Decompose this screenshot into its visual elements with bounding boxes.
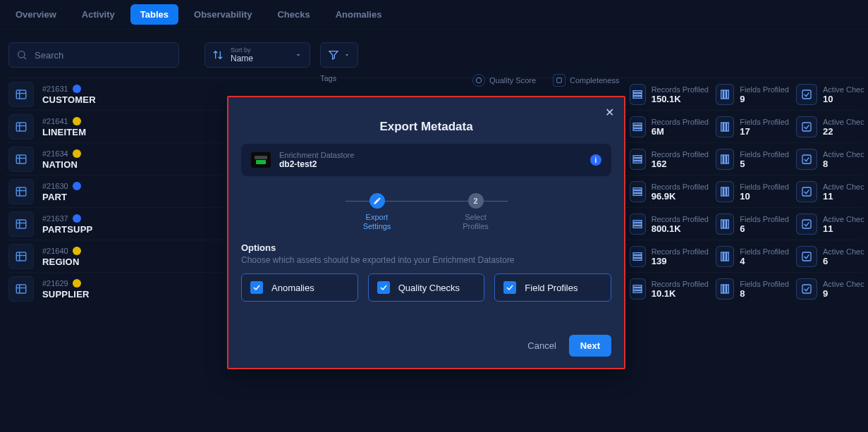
fields-label: Fields Profiled [740, 247, 789, 257]
fields-value: 6 [740, 224, 789, 234]
active-label: Active Chec [823, 117, 864, 127]
option-field-profiles[interactable]: Field Profiles [494, 273, 611, 302]
fields-label: Fields Profiled [740, 149, 789, 159]
active-icon [796, 181, 817, 202]
svg-rect-10 [633, 96, 642, 98]
active-label: Active Chec [823, 247, 864, 257]
svg-rect-5 [16, 90, 26, 99]
fields-icon [716, 246, 734, 267]
table-icon [8, 82, 34, 107]
db2-icon [251, 152, 271, 168]
svg-rect-24 [802, 123, 811, 131]
cancel-button[interactable]: Cancel [527, 340, 556, 351]
svg-rect-55 [16, 252, 26, 261]
records-icon [630, 278, 646, 300]
svg-rect-42 [724, 187, 726, 196]
sort-button[interactable]: Sort by Name [204, 42, 310, 68]
svg-rect-30 [633, 161, 642, 163]
active-value: 9 [823, 289, 864, 299]
modal-title: Export Metadata [241, 120, 611, 134]
close-icon[interactable]: ✕ [605, 106, 614, 119]
status-dot [73, 182, 81, 190]
records-label: Records Profiled [652, 117, 709, 127]
fields-icon [716, 116, 734, 137]
fields-value: 9 [740, 94, 789, 104]
records-icon [630, 214, 646, 235]
svg-rect-71 [721, 285, 723, 293]
svg-rect-31 [721, 155, 723, 163]
checkbox-icon [377, 281, 390, 294]
records-value: 162 [652, 159, 709, 169]
tab-checks[interactable]: Checks [267, 4, 319, 25]
svg-rect-20 [633, 128, 642, 130]
svg-rect-19 [633, 125, 642, 128]
option-quality-checks[interactable]: Quality Checks [368, 273, 485, 302]
option-anomalies[interactable]: Anomalies [241, 273, 358, 302]
fields-icon [716, 149, 734, 170]
svg-rect-40 [633, 193, 642, 195]
svg-rect-12 [724, 90, 726, 99]
svg-rect-48 [633, 220, 642, 222]
step-export-settings[interactable]: ExportSettings [328, 193, 427, 231]
filter-button[interactable] [320, 42, 358, 68]
tab-observability[interactable]: Observability [184, 4, 262, 25]
svg-rect-52 [724, 220, 726, 228]
filter-icon [328, 49, 339, 61]
info-icon[interactable]: i [590, 154, 601, 166]
next-button[interactable]: Next [569, 335, 611, 357]
records-value: 800.1K [652, 224, 709, 234]
tab-tables[interactable]: Tables [130, 4, 178, 25]
row-id: #21631 [42, 84, 68, 94]
svg-rect-38 [633, 187, 642, 190]
options-grid: AnomaliesQuality ChecksField Profiles [241, 273, 611, 302]
svg-rect-18 [633, 123, 642, 125]
fields-value: 10 [740, 192, 789, 202]
active-icon [796, 116, 817, 137]
svg-rect-70 [633, 290, 642, 292]
row-id: #21630 [42, 181, 68, 192]
records-value: 139 [652, 257, 709, 266]
tabs: OverviewActivityTablesObservabilityCheck… [0, 0, 868, 30]
active-icon [796, 246, 817, 267]
status-dot [73, 247, 81, 255]
records-label: Records Profiled [652, 214, 709, 224]
active-value: 22 [823, 127, 864, 137]
svg-rect-49 [633, 223, 642, 225]
records-label: Records Profiled [652, 85, 709, 94]
svg-rect-53 [727, 220, 729, 228]
svg-rect-22 [724, 123, 726, 131]
svg-rect-44 [802, 187, 811, 196]
status-dot [73, 279, 81, 288]
row-name: PARTSUPP [42, 224, 141, 235]
svg-rect-69 [633, 288, 642, 290]
svg-rect-25 [16, 155, 26, 163]
row-name: LINEITEM [42, 127, 141, 137]
active-value: 11 [823, 192, 864, 202]
tab-anomalies[interactable]: Anomalies [326, 4, 392, 25]
active-icon [796, 149, 817, 170]
records-icon [630, 149, 646, 170]
active-label: Active Chec [823, 149, 864, 159]
search-box[interactable] [8, 42, 179, 68]
options-subtitle: Choose which assets should be exported i… [241, 255, 611, 265]
svg-rect-43 [727, 187, 729, 196]
svg-rect-73 [727, 285, 729, 293]
tab-overview[interactable]: Overview [6, 4, 66, 25]
svg-rect-74 [802, 285, 811, 293]
table-icon [8, 244, 34, 269]
fields-icon [716, 181, 734, 202]
option-label: Field Profiles [525, 283, 577, 293]
records-value: 96.9K [652, 192, 709, 202]
svg-rect-9 [633, 93, 642, 95]
active-value: 6 [823, 257, 864, 266]
svg-rect-45 [16, 220, 26, 228]
sort-label: Sort by [231, 47, 253, 54]
svg-rect-23 [727, 123, 729, 131]
options-title: Options [241, 242, 611, 253]
step-select-profiles[interactable]: 2 SelectProfiles [427, 193, 525, 231]
fields-label: Fields Profiled [740, 279, 789, 289]
search-input[interactable] [33, 49, 171, 61]
step-2-num: 2 [468, 193, 484, 209]
tab-activity[interactable]: Activity [72, 4, 125, 25]
svg-rect-8 [633, 90, 642, 92]
